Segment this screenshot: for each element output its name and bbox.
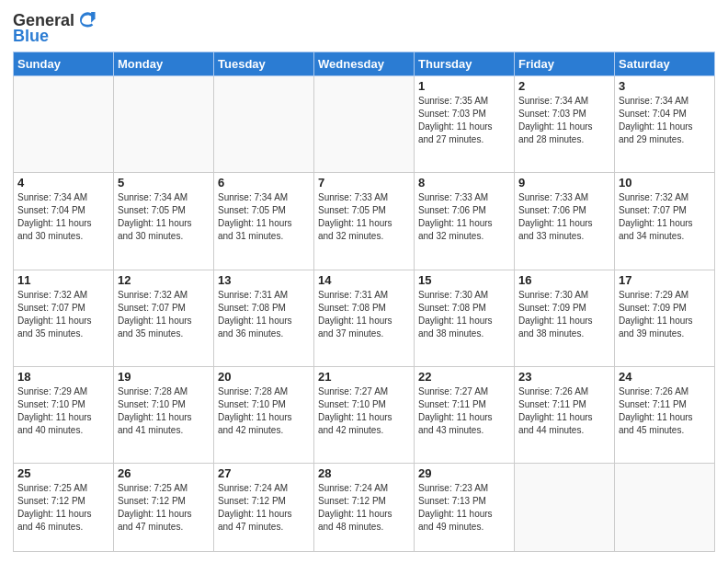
day-info: Sunrise: 7:31 AMSunset: 7:08 PMDaylight:…: [218, 289, 310, 340]
calendar-cell: 2Sunrise: 7:34 AMSunset: 7:03 PMDaylight…: [515, 76, 615, 173]
day-number: 22: [418, 370, 510, 384]
day-number: 15: [418, 273, 510, 287]
day-info: Sunrise: 7:25 AMSunset: 7:12 PMDaylight:…: [118, 482, 210, 534]
calendar-cell: 4Sunrise: 7:34 AMSunset: 7:04 PMDaylight…: [14, 173, 114, 270]
calendar-week-3: 18Sunrise: 7:29 AMSunset: 7:10 PMDayligh…: [14, 366, 715, 463]
day-number: 26: [118, 466, 210, 480]
day-number: 19: [118, 370, 210, 384]
calendar-week-0: 1Sunrise: 7:35 AMSunset: 7:03 PMDaylight…: [14, 76, 715, 173]
calendar-cell: 7Sunrise: 7:33 AMSunset: 7:05 PMDaylight…: [314, 173, 415, 270]
calendar-cell: [14, 76, 114, 173]
calendar-cell: 14Sunrise: 7:31 AMSunset: 7:08 PMDayligh…: [314, 270, 415, 366]
day-number: 8: [418, 176, 510, 190]
calendar-cell: 23Sunrise: 7:26 AMSunset: 7:11 PMDayligh…: [515, 366, 615, 463]
calendar-header-saturday: Saturday: [615, 52, 715, 76]
calendar-cell: [314, 76, 415, 173]
day-info: Sunrise: 7:34 AMSunset: 7:05 PMDaylight:…: [118, 191, 210, 243]
day-number: 11: [17, 273, 109, 287]
calendar-cell: 22Sunrise: 7:27 AMSunset: 7:11 PMDayligh…: [415, 366, 515, 463]
day-number: 20: [218, 370, 310, 384]
day-info: Sunrise: 7:32 AMSunset: 7:07 PMDaylight:…: [17, 289, 109, 340]
day-number: 10: [619, 176, 711, 190]
logo: General Blue: [13, 11, 97, 46]
day-info: Sunrise: 7:30 AMSunset: 7:08 PMDaylight:…: [418, 289, 510, 340]
calendar-cell: 29Sunrise: 7:23 AMSunset: 7:13 PMDayligh…: [415, 464, 515, 552]
calendar-cell: [214, 76, 314, 173]
day-number: 14: [318, 273, 410, 287]
calendar-cell: 24Sunrise: 7:26 AMSunset: 7:11 PMDayligh…: [615, 366, 715, 463]
calendar-cell: 15Sunrise: 7:30 AMSunset: 7:08 PMDayligh…: [415, 270, 515, 366]
day-number: 4: [17, 176, 109, 190]
logo-container: General Blue: [13, 11, 97, 46]
calendar-cell: 9Sunrise: 7:33 AMSunset: 7:06 PMDaylight…: [515, 173, 615, 270]
day-info: Sunrise: 7:30 AMSunset: 7:09 PMDaylight:…: [518, 289, 610, 340]
day-number: 25: [17, 466, 109, 480]
day-info: Sunrise: 7:24 AMSunset: 7:12 PMDaylight:…: [218, 482, 310, 534]
day-info: Sunrise: 7:32 AMSunset: 7:07 PMDaylight:…: [118, 289, 210, 340]
day-info: Sunrise: 7:34 AMSunset: 7:05 PMDaylight:…: [218, 191, 310, 243]
day-number: 6: [218, 176, 310, 190]
calendar-cell: 20Sunrise: 7:28 AMSunset: 7:10 PMDayligh…: [214, 366, 314, 463]
day-info: Sunrise: 7:34 AMSunset: 7:04 PMDaylight:…: [619, 95, 711, 146]
day-info: Sunrise: 7:25 AMSunset: 7:12 PMDaylight:…: [17, 482, 109, 534]
day-number: 5: [118, 176, 210, 190]
day-info: Sunrise: 7:33 AMSunset: 7:06 PMDaylight:…: [518, 191, 610, 243]
day-info: Sunrise: 7:26 AMSunset: 7:11 PMDaylight:…: [518, 385, 610, 437]
day-info: Sunrise: 7:29 AMSunset: 7:10 PMDaylight:…: [17, 385, 109, 437]
calendar-cell: 11Sunrise: 7:32 AMSunset: 7:07 PMDayligh…: [14, 270, 114, 366]
calendar-header-sunday: Sunday: [14, 52, 114, 76]
day-number: 13: [218, 273, 310, 287]
calendar-cell: 13Sunrise: 7:31 AMSunset: 7:08 PMDayligh…: [214, 270, 314, 366]
day-number: 1: [418, 79, 510, 93]
day-number: 7: [318, 176, 410, 190]
calendar-header-monday: Monday: [114, 52, 214, 76]
day-info: Sunrise: 7:26 AMSunset: 7:11 PMDaylight:…: [619, 385, 711, 437]
calendar-table: SundayMondayTuesdayWednesdayThursdayFrid…: [13, 52, 715, 552]
calendar-cell: 19Sunrise: 7:28 AMSunset: 7:10 PMDayligh…: [114, 366, 214, 463]
calendar-header-tuesday: Tuesday: [214, 52, 314, 76]
day-number: 12: [118, 273, 210, 287]
day-number: 17: [619, 273, 711, 287]
day-info: Sunrise: 7:28 AMSunset: 7:10 PMDaylight:…: [118, 385, 210, 437]
day-number: 16: [518, 273, 610, 287]
day-info: Sunrise: 7:23 AMSunset: 7:13 PMDaylight:…: [418, 482, 510, 534]
header: General Blue: [13, 11, 715, 46]
day-info: Sunrise: 7:27 AMSunset: 7:10 PMDaylight:…: [318, 385, 410, 437]
day-info: Sunrise: 7:34 AMSunset: 7:03 PMDaylight:…: [518, 95, 610, 146]
calendar-header-friday: Friday: [515, 52, 615, 76]
calendar-header-row: SundayMondayTuesdayWednesdayThursdayFrid…: [14, 52, 715, 76]
calendar-cell: 21Sunrise: 7:27 AMSunset: 7:10 PMDayligh…: [314, 366, 415, 463]
calendar-cell: 16Sunrise: 7:30 AMSunset: 7:09 PMDayligh…: [515, 270, 615, 366]
logo-bird-icon: [76, 9, 97, 29]
day-number: 9: [518, 176, 610, 190]
calendar-cell: 18Sunrise: 7:29 AMSunset: 7:10 PMDayligh…: [14, 366, 114, 463]
day-number: 18: [17, 370, 109, 384]
day-info: Sunrise: 7:34 AMSunset: 7:04 PMDaylight:…: [17, 191, 109, 243]
calendar-cell: 1Sunrise: 7:35 AMSunset: 7:03 PMDaylight…: [415, 76, 515, 173]
calendar-cell: 3Sunrise: 7:34 AMSunset: 7:04 PMDaylight…: [615, 76, 715, 173]
day-number: 24: [619, 370, 711, 384]
calendar-cell: 10Sunrise: 7:32 AMSunset: 7:07 PMDayligh…: [615, 173, 715, 270]
calendar-cell: 5Sunrise: 7:34 AMSunset: 7:05 PMDaylight…: [114, 173, 214, 270]
day-info: Sunrise: 7:24 AMSunset: 7:12 PMDaylight:…: [318, 482, 410, 534]
day-info: Sunrise: 7:33 AMSunset: 7:06 PMDaylight:…: [418, 191, 510, 243]
day-number: 27: [218, 466, 310, 480]
calendar-cell: 27Sunrise: 7:24 AMSunset: 7:12 PMDayligh…: [214, 464, 314, 552]
day-info: Sunrise: 7:29 AMSunset: 7:09 PMDaylight:…: [619, 289, 711, 340]
calendar-header-wednesday: Wednesday: [314, 52, 415, 76]
calendar-week-4: 25Sunrise: 7:25 AMSunset: 7:12 PMDayligh…: [14, 464, 715, 552]
day-number: 23: [518, 370, 610, 384]
day-number: 21: [318, 370, 410, 384]
day-number: 3: [619, 79, 711, 93]
calendar-cell: 25Sunrise: 7:25 AMSunset: 7:12 PMDayligh…: [14, 464, 114, 552]
calendar-cell: 6Sunrise: 7:34 AMSunset: 7:05 PMDaylight…: [214, 173, 314, 270]
calendar-week-2: 11Sunrise: 7:32 AMSunset: 7:07 PMDayligh…: [14, 270, 715, 366]
calendar-cell: 12Sunrise: 7:32 AMSunset: 7:07 PMDayligh…: [114, 270, 214, 366]
calendar-cell: [114, 76, 214, 173]
calendar-cell: [615, 464, 715, 552]
calendar-cell: 17Sunrise: 7:29 AMSunset: 7:09 PMDayligh…: [615, 270, 715, 366]
page: General Blue SundayMondayTuesdayWednesda…: [0, 0, 728, 563]
day-info: Sunrise: 7:35 AMSunset: 7:03 PMDaylight:…: [418, 95, 510, 146]
day-info: Sunrise: 7:28 AMSunset: 7:10 PMDaylight:…: [218, 385, 310, 437]
svg-marker-0: [91, 11, 95, 22]
